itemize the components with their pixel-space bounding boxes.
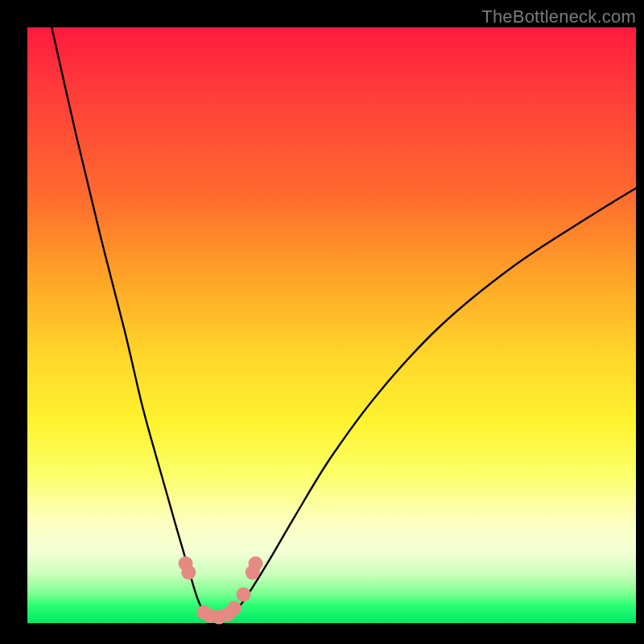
curve-marker: [236, 587, 250, 601]
plot-area: [27, 27, 636, 623]
bottleneck-curve: [52, 27, 636, 620]
curve-marker: [249, 556, 263, 571]
curve-marker: [181, 565, 196, 580]
chart-frame: TheBottleneck.com: [0, 0, 644, 644]
curve-svg: [27, 27, 636, 623]
curve-marker: [227, 601, 242, 616]
watermark-text: TheBottleneck.com: [481, 6, 636, 27]
